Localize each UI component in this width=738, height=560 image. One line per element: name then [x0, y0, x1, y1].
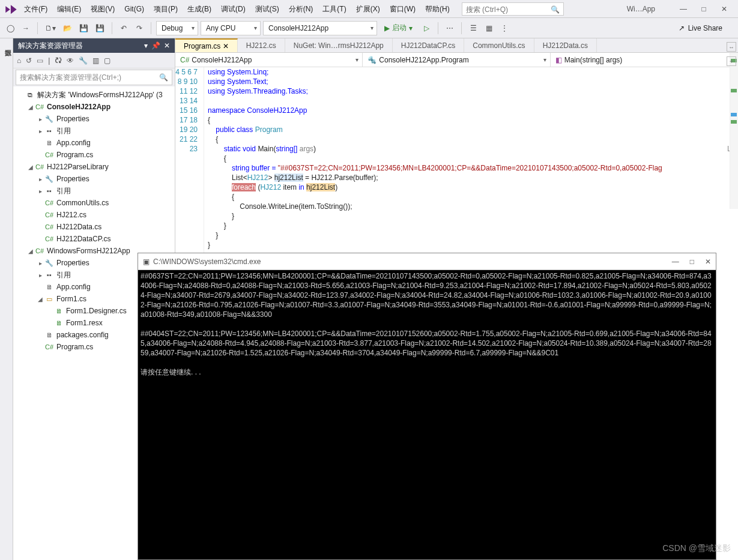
- tree-item[interactable]: ◢C#HJ212ParseLibrary: [13, 161, 175, 173]
- nav-member-combo[interactable]: ◧Main(string[] args): [551, 53, 738, 67]
- tree-item[interactable]: ◢C#ConsoleHJ212App: [13, 101, 175, 113]
- console-output: ##0637ST=22;CN=2011;PW=123456;MN=LB42000…: [138, 270, 716, 559]
- toolbar: ◯ → 🗋▾ 📂 💾 💾 ↶ ↷ Debug Any CPU ConsoleHJ…: [0, 18, 738, 38]
- split-icon[interactable]: ↔: [727, 42, 736, 52]
- maximize-icon[interactable]: □: [694, 2, 714, 16]
- live-share-icon: ↗: [679, 24, 685, 32]
- grid-icon[interactable]: ▦: [482, 21, 495, 35]
- misc-icon[interactable]: ⋮: [498, 21, 511, 35]
- filter-icon[interactable]: ▥: [92, 56, 99, 65]
- close-icon[interactable]: ✕: [714, 2, 734, 16]
- editor-tab[interactable]: HJ212DataCP.cs: [393, 38, 465, 52]
- tool-icon-1[interactable]: ⋯: [443, 21, 456, 35]
- menu-item[interactable]: 项目(P): [149, 5, 183, 13]
- menu-item[interactable]: 窗口(W): [385, 5, 420, 13]
- app-title: Wi…App: [609, 5, 673, 13]
- editor-tab[interactable]: CommonUtils.cs: [464, 38, 534, 52]
- left-toolwindow-tab[interactable]: 数据源: [0, 38, 13, 560]
- minimize-icon[interactable]: —: [673, 2, 694, 16]
- editor-tab[interactable]: Program.cs ✕: [175, 38, 238, 52]
- menu-item[interactable]: 编辑(E): [52, 5, 86, 13]
- console-max-icon[interactable]: □: [690, 257, 694, 266]
- save-icon[interactable]: 💾: [77, 21, 91, 35]
- live-share-button[interactable]: ↗ Live Share: [679, 24, 734, 32]
- nav-fwd-icon[interactable]: →: [19, 21, 32, 35]
- console-titlebar[interactable]: ▣ C:\WINDOWS\system32\cmd.exe — □ ✕: [138, 253, 716, 270]
- collapse-icon[interactable]: ▭: [37, 56, 43, 65]
- cmd-icon: ▣: [143, 257, 150, 266]
- show-all-icon[interactable]: 👁: [67, 56, 74, 65]
- new-project-icon[interactable]: 🗋▾: [43, 21, 58, 35]
- menu-item[interactable]: 生成(B): [183, 5, 216, 13]
- nav-class-combo[interactable]: 🔩ConsoleHJ212App.Program: [363, 53, 550, 67]
- menu-item[interactable]: 帮助(H): [420, 5, 455, 13]
- console-close-icon[interactable]: ✕: [705, 257, 711, 266]
- tree-item[interactable]: C#HJ212DataCP.cs: [13, 233, 175, 245]
- search-icon: 🔍: [159, 73, 168, 82]
- console-min-icon[interactable]: —: [672, 257, 679, 266]
- editor-right-tools: ↔ ＋: [725, 38, 738, 218]
- vs-logo-icon: [4, 4, 19, 14]
- sync-icon[interactable]: ↺: [26, 56, 32, 65]
- tree-item[interactable]: 🗎App.config: [13, 137, 175, 149]
- platform-combo[interactable]: Any CPU: [201, 21, 261, 35]
- editor-navbar: C#ConsoleHJ212App 🔩ConsoleHJ212App.Progr…: [175, 53, 738, 67]
- nav-project-combo[interactable]: C#ConsoleHJ212App: [175, 53, 363, 67]
- tree-item[interactable]: ▸▪▪引用: [13, 185, 175, 197]
- editor-tab[interactable]: HJ212.cs: [238, 38, 285, 52]
- solution-explorer-header: 解决方案资源管理器 ▾ 📌 ✕: [13, 38, 175, 53]
- open-icon[interactable]: 📂: [61, 21, 74, 35]
- solution-explorer-toolbar: ⌂ ↺ ▭ | 🗘 👁 🔧 ▥ ▢: [13, 53, 175, 68]
- pin-icon[interactable]: 📌: [151, 41, 160, 50]
- menu-item[interactable]: 文件(F): [19, 5, 52, 13]
- startup-project-combo[interactable]: ConsoleHJ212App: [263, 21, 377, 35]
- menu-item[interactable]: 工具(T): [318, 5, 351, 13]
- tree-item[interactable]: C#HJ212.cs: [13, 209, 175, 221]
- tree-item[interactable]: ⧉解决方案 'WindowsFormsHJ212App' (3: [13, 89, 175, 101]
- solution-search-input[interactable]: 搜索解决方案资源管理器(Ctrl+;) 🔍: [16, 70, 172, 85]
- menu-item[interactable]: 调试(D): [216, 5, 250, 13]
- tree-item[interactable]: C#HJ212Data.cs: [13, 221, 175, 233]
- search-input[interactable]: 搜索 (Ctrl+Q) 🔍: [462, 2, 564, 16]
- nav-back-icon[interactable]: ◯: [4, 21, 17, 35]
- redo-icon[interactable]: ↷: [133, 21, 146, 35]
- tree-item[interactable]: C#CommonUtils.cs: [13, 197, 175, 209]
- editor-tab[interactable]: NuGet: Win…rmsHJ212App: [285, 38, 393, 52]
- watermark: CSDN @雪域迷影: [662, 543, 731, 554]
- layout-icon[interactable]: ☰: [467, 21, 480, 35]
- refresh-icon[interactable]: 🗘: [55, 56, 62, 65]
- start-noDebug-icon[interactable]: ▷: [420, 21, 433, 35]
- add-icon[interactable]: ＋: [727, 56, 736, 66]
- preview-icon[interactable]: ▢: [104, 56, 110, 65]
- home-icon[interactable]: ⌂: [17, 56, 21, 65]
- config-combo[interactable]: Debug: [156, 21, 198, 35]
- menu-item[interactable]: 扩展(X): [351, 5, 385, 13]
- console-window: ▣ C:\WINDOWS\system32\cmd.exe — □ ✕ ##06…: [138, 253, 716, 560]
- tree-item[interactable]: ▸🔧Properties: [13, 173, 175, 185]
- menu-item[interactable]: 分析(N): [284, 5, 318, 13]
- editor-tab[interactable]: HJ212Data.cs: [534, 38, 597, 52]
- start-button[interactable]: ▶ 启动 ▾: [380, 21, 417, 35]
- panel-menu-icon[interactable]: ▾: [144, 41, 148, 50]
- tree-item[interactable]: C#Program.cs: [13, 149, 175, 161]
- undo-icon[interactable]: ↶: [117, 21, 130, 35]
- properties-icon[interactable]: 🔧: [79, 56, 88, 65]
- search-icon: 🔍: [551, 3, 560, 16]
- panel-close-icon[interactable]: ✕: [164, 41, 170, 50]
- search-placeholder: 搜索 (Ctrl+Q): [466, 5, 508, 14]
- tree-item[interactable]: ▸🔧Properties: [13, 113, 175, 125]
- tree-item[interactable]: ▸▪▪引用: [13, 125, 175, 137]
- save-all-icon[interactable]: 💾: [93, 21, 107, 35]
- menu-item[interactable]: 视图(V): [86, 5, 119, 13]
- titlebar: 文件(F)编辑(E)视图(V)Git(G)项目(P)生成(B)调试(D)测试(S…: [0, 0, 738, 18]
- menu-item[interactable]: Git(G): [119, 5, 149, 13]
- menu-item[interactable]: 测试(S): [250, 5, 284, 13]
- editor-tabs: Program.cs ✕HJ212.csNuGet: Win…rmsHJ212A…: [175, 38, 738, 53]
